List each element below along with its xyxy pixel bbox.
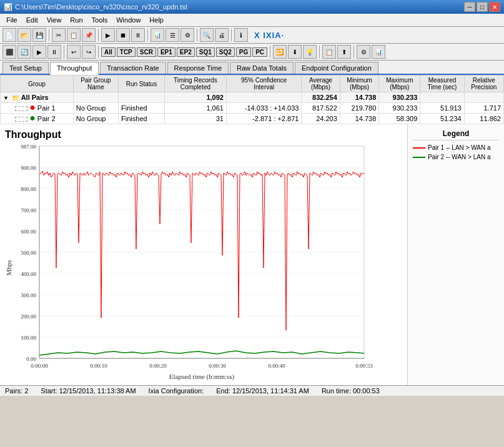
btn-t12[interactable]: ⚙ [357, 45, 370, 59]
status-start: Start: 12/15/2013, 11:13:38 AM [41, 387, 136, 395]
cell-pair-group: No Group [73, 114, 118, 124]
pc-badge[interactable]: PC [252, 47, 267, 57]
menu-window[interactable]: Window [112, 15, 144, 25]
table-row: ▼ 📁 All Pairs 1,092 832.254 14.738 930.2… [1, 92, 504, 103]
sep-5 [231, 29, 232, 41]
tab-transaction-rate[interactable]: Transaction Rate [100, 62, 166, 74]
window-controls[interactable]: ─ □ ✕ [464, 2, 500, 12]
cell-measured: 51.234 [420, 114, 464, 124]
pair2-legend-label: Pair 2 -- WAN > LAN a [428, 154, 491, 160]
sep-10 [353, 46, 354, 58]
scr-badge[interactable]: SCR [137, 47, 156, 57]
copy-button[interactable]: 📋 [67, 28, 81, 42]
print-button[interactable]: 🖨 [215, 28, 229, 42]
cell-minimum: 14.738 [340, 114, 378, 124]
btn-t5[interactable]: ↩ [67, 45, 81, 59]
col-measured-time: MeasuredTime (sec) [420, 76, 464, 92]
btn-t4[interactable]: ⏸ [47, 45, 61, 59]
sep-6 [64, 46, 64, 58]
status-end: End: 12/15/2013, 11:14:31 AM [216, 387, 309, 395]
btn-t1[interactable]: ⬛ [2, 45, 16, 59]
cell-measured [420, 92, 464, 103]
col-confidence: 95% ConfidenceInterval [226, 76, 301, 92]
svg-text:700.00: 700.00 [21, 207, 36, 214]
cell-measured: 51.913 [420, 103, 464, 114]
toolbar-1: 📄 📂 💾 ✂ 📋 📌 ▶ ⏹ ⏸ 📊 ☰ ⚙ 🔍 🖨 ℹ X IXIA· [0, 27, 504, 44]
cell-run-status: Finished [119, 114, 165, 124]
col-pair-group: Pair GroupName [73, 76, 118, 92]
pause-button[interactable]: ⏸ [131, 28, 145, 42]
col-run-status: Run Status [119, 76, 165, 92]
info-button[interactable]: ℹ [234, 28, 248, 42]
tab-throughput[interactable]: Throughput [50, 62, 99, 75]
svg-text:0:00:40: 0:00:40 [268, 363, 285, 369]
legend-item-pair2: Pair 2 -- WAN > LAN a [413, 154, 499, 160]
tab-test-setup[interactable]: Test Setup [2, 62, 49, 74]
all-badge[interactable]: All [101, 47, 116, 57]
save-button[interactable]: 💾 [32, 28, 46, 42]
maximize-button[interactable]: □ [477, 2, 488, 12]
cell-average: 832.254 [302, 92, 340, 103]
close-button[interactable]: ✕ [489, 2, 500, 12]
status-runtime: Run time: 00:00:53 [322, 387, 380, 395]
new-button[interactable]: 📄 [2, 28, 16, 42]
cell-confidence [226, 92, 301, 103]
open-button[interactable]: 📂 [17, 28, 31, 42]
pairs-label: Pairs: 2 [5, 387, 28, 395]
svg-text:0:00:53: 0:00:53 [355, 363, 373, 369]
btn-t11[interactable]: ⬆ [337, 45, 351, 59]
main-content: Group Pair GroupName Run Status Timing R… [0, 75, 504, 385]
run-button[interactable]: ▶ [101, 28, 115, 42]
pair2-legend-line [413, 157, 425, 158]
start-label: Start: 12/15/2013, 11:13:38 AM [41, 387, 136, 395]
menu-bar: File Edit View Run Tools Window Help [0, 14, 504, 27]
tab-raw-data-totals[interactable]: Raw Data Totals [230, 62, 294, 74]
minimize-button[interactable]: ─ [464, 2, 475, 12]
svg-text:300.00: 300.00 [21, 292, 36, 298]
menu-tools[interactable]: Tools [88, 15, 112, 25]
btn-t3[interactable]: ▶ [32, 45, 46, 59]
list-button[interactable]: ☰ [166, 28, 179, 42]
btn-t2[interactable]: 🔄 [17, 45, 31, 59]
cell-maximum: 930.233 [379, 92, 420, 103]
tab-response-time[interactable]: Response Time [167, 62, 229, 74]
btn-t7[interactable]: 🔁 [273, 45, 287, 59]
tab-endpoint-config[interactable]: Endpoint Configuration [295, 62, 378, 74]
zoom-button[interactable]: 🔍 [200, 28, 214, 42]
ixia-config-label: Ixia Configuration: [149, 387, 204, 395]
paste-button[interactable]: 📌 [82, 28, 96, 42]
legend-panel: Legend Pair 1 -- LAN > WAN a Pair 2 -- W… [407, 124, 504, 385]
cell-group: ● Pair 2 [1, 114, 74, 124]
btn-t6[interactable]: ↪ [82, 45, 96, 59]
menu-file[interactable]: File [2, 15, 21, 25]
expand-icon[interactable]: ▼ [3, 95, 9, 101]
btn-t8[interactable]: ⬇ [288, 45, 302, 59]
menu-view[interactable]: View [43, 15, 66, 25]
sq1-badge[interactable]: SQ1 [196, 47, 215, 57]
settings-button[interactable]: ⚙ [180, 28, 194, 42]
menu-edit[interactable]: Edit [22, 15, 42, 25]
svg-text:500.00: 500.00 [21, 250, 36, 256]
btn-t9[interactable]: 💡 [303, 45, 317, 59]
stop-button[interactable]: ⏹ [116, 28, 130, 42]
y-axis-label: Mbps [5, 260, 12, 275]
cell-minimum: 219.780 [340, 103, 378, 114]
pg-badge[interactable]: PG [236, 47, 251, 57]
cut-button[interactable]: ✂ [52, 28, 66, 42]
pair2-color-dot: ● [29, 112, 36, 123]
tcp-badge[interactable]: TCP [117, 47, 136, 57]
btn-t10[interactable]: 📋 [322, 45, 336, 59]
toolbar-2: ⬛ 🔄 ▶ ⏸ ↩ ↪ All TCP SCR EP1 EP2 SQ1 SQ2 … [0, 44, 504, 61]
sep-2 [98, 29, 99, 41]
btn-t13[interactable]: 📊 [372, 45, 385, 59]
sq2-badge[interactable]: SQ2 [216, 47, 235, 57]
svg-text:0:00:20: 0:00:20 [149, 363, 167, 369]
menu-help[interactable]: Help [146, 15, 167, 25]
cell-timing: 1,061 [164, 103, 226, 114]
ep1-badge[interactable]: EP1 [157, 47, 175, 57]
menu-run[interactable]: Run [66, 15, 86, 25]
end-label: End: 12/15/2013, 11:14:31 AM [216, 387, 309, 395]
ep2-badge[interactable]: EP2 [177, 47, 195, 57]
sep-7 [98, 46, 99, 58]
chart-button[interactable]: 📊 [151, 28, 164, 42]
